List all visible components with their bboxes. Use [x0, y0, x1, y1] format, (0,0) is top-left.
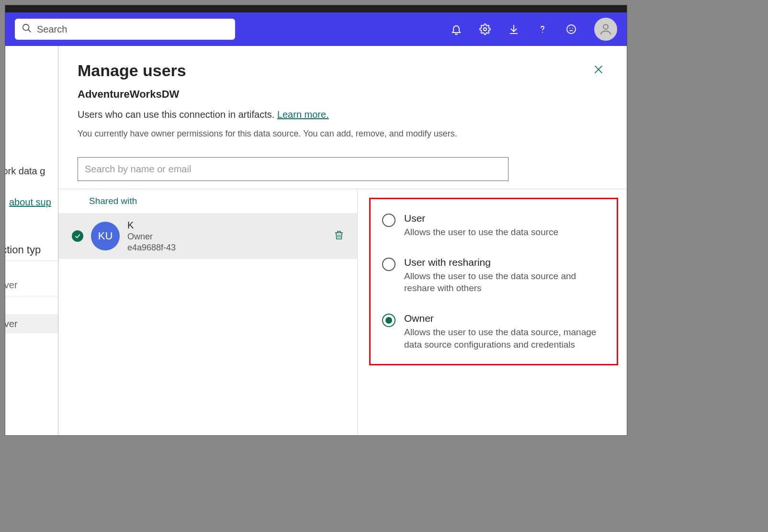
svg-point-0 [23, 24, 29, 31]
user-id: e4a9688f-43 [127, 243, 323, 253]
radio-owner[interactable] [382, 314, 395, 327]
user-info: K Owner e4a9688f-43 [127, 220, 323, 253]
selected-check-icon [72, 230, 83, 242]
svg-point-6 [572, 28, 573, 29]
bg-heading-fragment: ection typ [5, 244, 41, 256]
app-window: work data g about sup ection typ erver e… [5, 5, 627, 436]
close-button[interactable] [589, 60, 608, 80]
top-bar [5, 12, 627, 46]
global-search-input[interactable] [37, 24, 228, 35]
global-search-box[interactable] [15, 19, 235, 40]
notifications-button[interactable] [445, 18, 468, 41]
user-search-input[interactable] [85, 164, 501, 175]
bg-row-fragment: erver [5, 280, 18, 291]
panel-description: Users who can use this connection in art… [78, 109, 608, 120]
bg-row-fragment: erver [5, 314, 58, 333]
svg-point-2 [484, 28, 486, 31]
account-avatar[interactable] [594, 18, 617, 41]
bg-link-fragment[interactable]: about sup [9, 197, 51, 208]
user-search-box[interactable] [78, 157, 508, 181]
role-title: Owner [404, 313, 605, 324]
connection-name: AdventureWorksDW [78, 88, 608, 101]
role-title: User [404, 213, 605, 224]
role-desc: Allows the user to use the data source a… [404, 270, 605, 294]
remove-user-button[interactable] [330, 226, 348, 246]
feedback-button[interactable] [560, 18, 583, 41]
learn-more-link[interactable]: Learn more. [277, 109, 329, 120]
role-option-user[interactable]: User Allows the user to use the data sou… [382, 213, 605, 238]
bg-text-fragment: work data g [5, 166, 45, 177]
radio-user[interactable] [382, 214, 395, 227]
shared-with-label: Shared with [58, 189, 357, 213]
svg-point-5 [569, 28, 570, 29]
user-role: Owner [127, 232, 323, 242]
role-option-user-reshare[interactable]: User with resharing Allows the user to u… [382, 257, 605, 294]
svg-point-8 [603, 24, 608, 29]
svg-point-3 [542, 32, 543, 33]
title-bar [5, 5, 627, 12]
role-desc: Allows the user to use the data source, … [404, 326, 605, 351]
help-button[interactable] [531, 18, 554, 41]
user-avatar: KU [91, 222, 120, 250]
svg-point-4 [567, 25, 576, 34]
svg-line-1 [28, 30, 31, 33]
permission-hint: You currently have owner permissions for… [78, 129, 608, 139]
download-button[interactable] [502, 18, 525, 41]
role-desc: Allows the user to use the data source [404, 226, 605, 238]
role-title: User with resharing [404, 257, 605, 268]
user-row[interactable]: KU K Owner e4a9688f-43 [58, 213, 357, 259]
manage-users-panel: Manage users AdventureWorksDW Users who … [58, 46, 627, 435]
user-name: K [127, 220, 323, 231]
settings-button[interactable] [474, 18, 497, 41]
radio-user-reshare[interactable] [382, 258, 395, 271]
role-highlight-box: User Allows the user to use the data sou… [369, 198, 618, 365]
role-column: User Allows the user to use the data sou… [358, 189, 627, 435]
user-list-column: Shared with KU K Owner e4a9688f-43 [58, 189, 358, 435]
panel-title: Manage users [78, 61, 186, 80]
search-icon [22, 23, 32, 35]
role-option-owner[interactable]: Owner Allows the user to use the data so… [382, 313, 605, 351]
